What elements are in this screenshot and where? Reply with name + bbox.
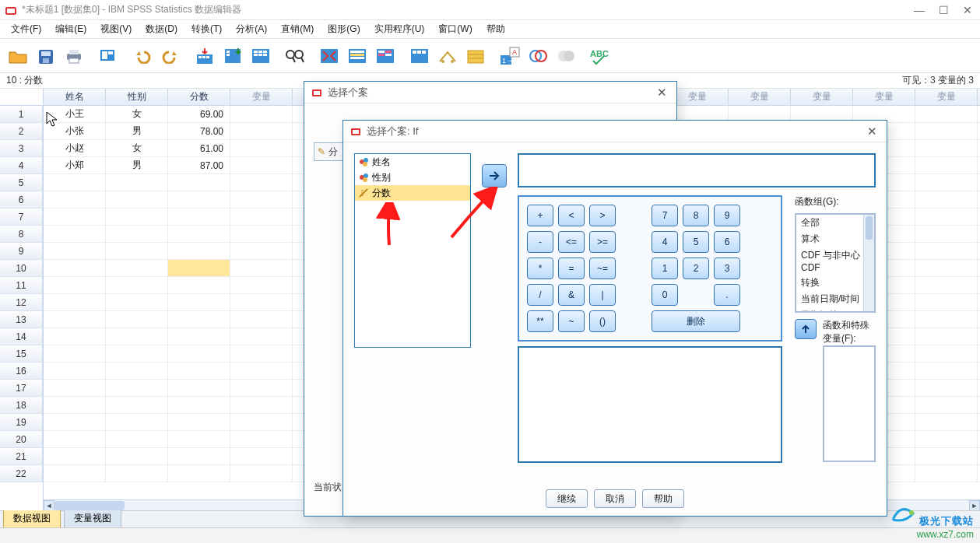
cell[interactable] xyxy=(106,277,168,293)
key-gt[interactable]: > xyxy=(589,205,616,226)
key-minus[interactable]: - xyxy=(527,231,553,253)
print-icon[interactable] xyxy=(61,43,87,69)
cell[interactable] xyxy=(168,448,230,464)
cell[interactable]: 小赵 xyxy=(44,140,106,156)
cell[interactable]: 女 xyxy=(106,106,168,122)
cell[interactable] xyxy=(44,465,106,482)
cancel-button[interactable]: 取消 xyxy=(594,489,636,508)
cell[interactable] xyxy=(915,243,978,259)
cell[interactable] xyxy=(915,414,978,430)
row-number[interactable]: 14 xyxy=(0,328,43,345)
key-1[interactable]: 1 xyxy=(652,257,678,279)
cell[interactable] xyxy=(915,174,978,191)
cell[interactable] xyxy=(106,174,168,191)
show-all-icon[interactable] xyxy=(462,43,489,69)
cell[interactable] xyxy=(44,277,106,293)
row-number[interactable]: 12 xyxy=(0,294,43,311)
cell[interactable]: 小张 xyxy=(44,123,106,139)
cell[interactable] xyxy=(915,397,978,413)
cell[interactable]: 小王 xyxy=(44,106,106,122)
cell[interactable] xyxy=(44,208,106,225)
cell[interactable] xyxy=(44,294,106,310)
cell[interactable] xyxy=(230,106,293,122)
continue-button[interactable]: 继续 xyxy=(546,489,588,508)
cell[interactable] xyxy=(230,243,293,259)
cell[interactable] xyxy=(915,260,978,276)
key-3[interactable]: 3 xyxy=(714,257,740,279)
cell[interactable] xyxy=(44,431,106,447)
list-item[interactable]: 转换 xyxy=(796,275,874,291)
goto-case-icon[interactable] xyxy=(191,43,218,69)
row-number[interactable]: 4 xyxy=(0,157,43,174)
cell[interactable] xyxy=(230,431,293,447)
goto-variable-icon[interactable] xyxy=(220,43,246,69)
cell[interactable] xyxy=(915,226,978,242)
row-number[interactable]: 1 xyxy=(0,106,43,123)
cell[interactable] xyxy=(230,226,293,242)
column-header-empty[interactable]: 变量 xyxy=(230,89,293,105)
cell[interactable] xyxy=(915,191,978,208)
cell[interactable] xyxy=(168,294,230,310)
cell[interactable] xyxy=(106,294,168,310)
recall-dialog-icon[interactable] xyxy=(95,43,121,69)
help-button[interactable]: 帮助 xyxy=(642,489,684,508)
cell[interactable] xyxy=(168,328,230,345)
cell[interactable] xyxy=(230,123,293,139)
row-number[interactable]: 5 xyxy=(0,174,43,191)
key-7[interactable]: 7 xyxy=(652,205,678,226)
list-item[interactable]: 全部 xyxy=(796,215,874,231)
column-header[interactable]: 姓名 xyxy=(44,89,106,105)
cell[interactable] xyxy=(230,414,293,430)
menu-help[interactable]: 帮助 xyxy=(480,21,511,37)
menu-edit[interactable]: 编辑(E) xyxy=(49,21,93,37)
row-number[interactable]: 16 xyxy=(0,363,43,380)
menu-transform[interactable]: 转换(T) xyxy=(185,21,228,37)
row-number[interactable]: 6 xyxy=(0,191,43,208)
cell[interactable] xyxy=(230,191,293,208)
undo-icon[interactable] xyxy=(129,43,156,69)
cell[interactable] xyxy=(106,191,168,208)
variables-icon[interactable] xyxy=(248,43,274,69)
key-2[interactable]: 2 xyxy=(683,257,709,279)
cell[interactable]: 69.00 xyxy=(168,106,230,122)
cell[interactable] xyxy=(915,208,978,225)
key-div[interactable]: / xyxy=(527,284,553,306)
cell[interactable] xyxy=(230,345,293,362)
find-icon[interactable] xyxy=(282,43,308,69)
variable-list[interactable]: 姓名 性别 分数 xyxy=(354,153,471,348)
window-maximize-button[interactable]: ☐ xyxy=(939,4,949,16)
use-sets-icon[interactable] xyxy=(434,43,461,69)
column-header[interactable]: 分数 xyxy=(168,89,230,105)
cell[interactable]: 小郑 xyxy=(44,157,106,173)
cell[interactable] xyxy=(168,260,230,276)
key-not[interactable]: ~ xyxy=(558,310,585,332)
cell[interactable] xyxy=(106,448,168,464)
cell[interactable] xyxy=(106,380,168,396)
cell[interactable] xyxy=(168,311,230,328)
key-mul[interactable]: * xyxy=(527,257,553,279)
cell[interactable] xyxy=(915,106,978,122)
cell[interactable] xyxy=(230,174,293,191)
cell[interactable] xyxy=(168,431,230,447)
circle1-icon[interactable] xyxy=(525,43,551,69)
row-number[interactable]: 19 xyxy=(0,414,43,431)
variable-item[interactable]: 性别 xyxy=(355,170,470,185)
row-number[interactable]: 15 xyxy=(0,345,43,363)
function-list[interactable] xyxy=(823,345,876,462)
cell[interactable] xyxy=(168,397,230,413)
variable-item[interactable]: 姓名 xyxy=(355,154,470,170)
cell[interactable] xyxy=(168,345,230,362)
list-item[interactable]: 日期运算 xyxy=(796,307,874,313)
cell[interactable] xyxy=(168,243,230,259)
row-number[interactable]: 3 xyxy=(0,140,43,157)
menu-view[interactable]: 视图(V) xyxy=(94,21,138,37)
cell[interactable] xyxy=(915,465,978,482)
dialog-close-button[interactable]: ✕ xyxy=(864,124,880,138)
cell[interactable] xyxy=(168,363,230,379)
menu-utilities[interactable]: 实用程序(U) xyxy=(368,21,431,37)
cell[interactable] xyxy=(230,277,293,293)
split-file-icon[interactable] xyxy=(316,43,342,69)
row-number[interactable]: 17 xyxy=(0,380,43,397)
row-number[interactable]: 20 xyxy=(0,431,43,448)
cell[interactable] xyxy=(230,140,293,156)
